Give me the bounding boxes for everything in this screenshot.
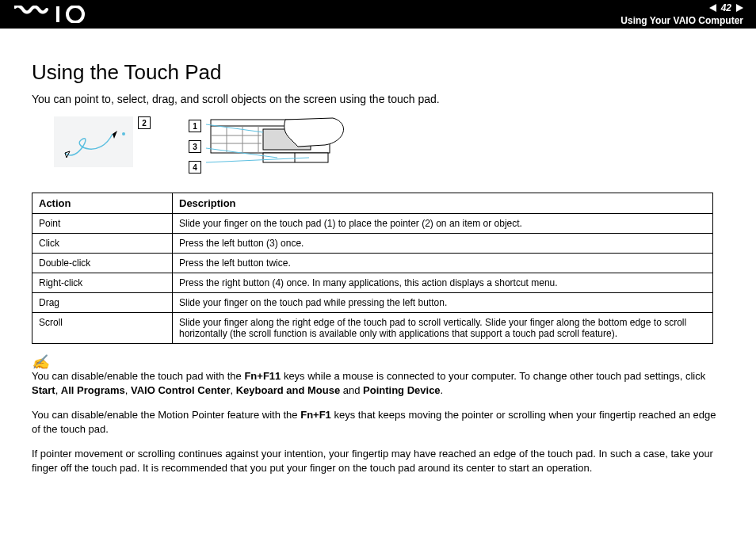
page-content: Using the Touch Pad You can point to, se… xyxy=(0,29,756,502)
th-desc: Description xyxy=(173,193,713,214)
note-1: You can disable/enable the touch pad wit… xyxy=(32,369,724,397)
callout-4: 4 xyxy=(189,161,201,174)
next-page-icon[interactable] xyxy=(736,4,743,12)
page-number: 42 xyxy=(721,2,731,13)
table-row: DragSlide your finger on the touch pad w… xyxy=(32,293,713,313)
prev-page-icon[interactable] xyxy=(709,4,716,12)
note-2: You can disable/enable the Motion Pointe… xyxy=(32,408,724,436)
svg-rect-0 xyxy=(56,6,59,22)
section-label: Using Your VAIO Computer xyxy=(620,15,743,26)
table-row: PointSlide your finger on the touch pad … xyxy=(32,214,713,234)
table-row: ClickPress the left button (3) once. xyxy=(32,234,713,254)
table-row: Double-clickPress the left button twice. xyxy=(32,254,713,273)
callout-3: 3 xyxy=(189,140,201,153)
intro-text: You can point to, select, drag, and scro… xyxy=(32,93,724,105)
illustration-touchpad: 1 3 4 xyxy=(189,116,349,181)
svg-point-5 xyxy=(122,132,125,135)
table-row: Right-clickPress the right button (4) on… xyxy=(32,273,713,293)
callout-2: 2 xyxy=(138,116,151,129)
callout-col-left: 1 3 4 xyxy=(189,116,201,174)
page-title: Using the Touch Pad xyxy=(32,60,724,85)
svg-point-1 xyxy=(67,6,83,22)
actions-table: Action Description PointSlide your finge… xyxy=(32,193,713,344)
illustration-pointer: 2 xyxy=(54,116,151,167)
callout-1: 1 xyxy=(189,120,201,132)
header-right: 42 Using Your VAIO Computer xyxy=(620,2,743,26)
svg-rect-14 xyxy=(263,153,328,162)
header-bar: 42 Using Your VAIO Computer xyxy=(0,0,756,29)
illustration-row: 2 1 3 4 xyxy=(54,116,724,181)
svg-rect-2 xyxy=(54,116,133,167)
page-nav: 42 xyxy=(709,2,743,13)
th-action: Action xyxy=(32,193,173,214)
note-3: If pointer movement or scrolling continu… xyxy=(32,447,724,475)
table-row: ScrollSlide your finger along the right … xyxy=(32,313,713,344)
note-icon: ✍ xyxy=(32,355,49,369)
vaio-logo xyxy=(14,0,90,29)
notes: ✍ You can disable/enable the touch pad w… xyxy=(32,357,724,475)
